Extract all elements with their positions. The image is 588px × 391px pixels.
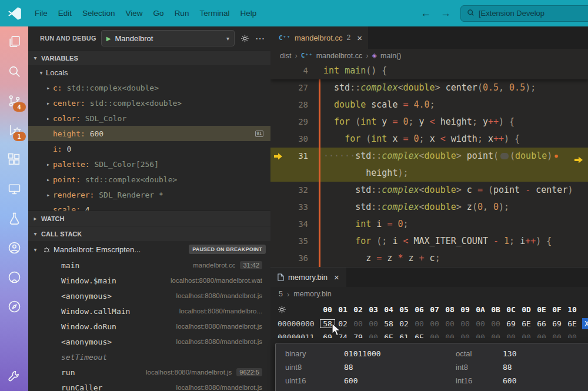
menu-selection[interactable]: Selection: [77, 6, 121, 21]
line-number[interactable]: 31: [286, 148, 318, 165]
line-number[interactable]: 29: [286, 113, 318, 131]
line-number[interactable]: 4: [286, 62, 318, 79]
code-line[interactable]: 33 std::complex<double> z(0, 0);: [270, 199, 588, 216]
forward-button[interactable]: →: [440, 7, 451, 19]
view-binary-icon[interactable]: 01: [255, 131, 263, 137]
stack-frame[interactable]: runCallerlocalhost:8080/mandelbrot.js: [28, 380, 270, 391]
hex-byte[interactable]: 00: [412, 319, 427, 328]
breadcrumb-item[interactable]: 5: [279, 290, 283, 298]
hex-byte[interactable]: 00: [534, 330, 549, 338]
line-number[interactable]: 32: [286, 182, 318, 199]
breadcrumb-item[interactable]: mandelbrot.cc: [316, 52, 363, 60]
menu-run[interactable]: Run: [169, 6, 195, 21]
menu-terminal[interactable]: Terminal: [194, 6, 235, 21]
code-editor[interactable]: 4 int main() { 27 std::complex<double> c…: [270, 62, 588, 267]
menu-help[interactable]: Help: [235, 6, 262, 21]
hex-byte[interactable]: 00: [366, 319, 381, 328]
variable-row[interactable]: ▸center: std::complex<double>: [28, 95, 270, 111]
variable-row[interactable]: height: 60001: [28, 126, 270, 141]
stack-frame[interactable]: Window.$mainlocalhost:8080/mandelbrot.wa…: [28, 273, 270, 288]
hex-byte[interactable]: 00: [350, 319, 366, 328]
inline-breakpoint-icon[interactable]: ●: [554, 153, 557, 159]
scope-locals[interactable]: ▾ Locals: [28, 65, 270, 80]
hex-byte[interactable]: 58: [381, 319, 396, 328]
line-number[interactable]: [286, 165, 318, 182]
hex-byte[interactable]: 61: [396, 330, 412, 338]
breadcrumb-item[interactable]: main(): [380, 52, 401, 60]
hex-byte[interactable]: 00: [473, 319, 488, 328]
hex-settings-gear-icon[interactable]: [270, 305, 320, 314]
hex-byte[interactable]: 6E: [519, 319, 534, 328]
hex-byte[interactable]: 6E: [381, 330, 396, 338]
activity-item-tools[interactable]: [7, 369, 22, 384]
variable-row[interactable]: ▸color: SDL_Color: [28, 111, 270, 126]
activity-item-search[interactable]: [7, 64, 22, 79]
breadcrumb-item[interactable]: memory.bin: [293, 290, 331, 298]
code-line[interactable]: 36 z = z * z + c;: [270, 250, 588, 267]
code-line[interactable]: 27 std::complex<double> center(0.5, 0.5)…: [270, 79, 588, 96]
stack-frame[interactable]: mainmandelbrot.cc31:42: [28, 258, 270, 273]
hex-byte[interactable]: 00: [488, 319, 503, 328]
line-number[interactable]: 28: [286, 96, 318, 113]
hex-byte[interactable]: 00: [442, 330, 457, 338]
callstack-thread[interactable]: ▾ Mandelbrot: Emscripten... PAUSED ON BR…: [28, 241, 270, 258]
close-icon[interactable]: ×: [334, 272, 339, 282]
line-number[interactable]: 30: [286, 131, 318, 148]
chevron-collapsed-icon[interactable]: ▸: [44, 85, 53, 91]
menu-view[interactable]: View: [121, 6, 148, 21]
activity-item-source-control[interactable]: 4: [7, 93, 22, 108]
variables-section-header[interactable]: ▾ VARIABLES: [28, 50, 270, 65]
activity-item-explorer[interactable]: [7, 35, 22, 49]
line-number[interactable]: 27: [286, 79, 318, 96]
chevron-collapsed-icon[interactable]: ▸: [44, 100, 53, 106]
variable-row[interactable]: ▸renderer: SDL_Renderer *: [28, 187, 270, 202]
code-line[interactable]: height);: [270, 165, 588, 182]
hex-byte[interactable]: 66: [534, 319, 549, 328]
hex-byte[interactable]: 00: [549, 330, 564, 338]
variable-row[interactable]: scale: 4: [28, 202, 270, 210]
stack-frame[interactable]: <anonymous>localhost:8080/mandelbrot.js: [28, 334, 270, 349]
menu-edit[interactable]: Edit: [53, 6, 77, 21]
hex-byte[interactable]: 00: [519, 330, 534, 338]
menu-go[interactable]: Go: [148, 6, 169, 21]
start-debugging-icon[interactable]: ▶: [106, 35, 111, 42]
command-center-search[interactable]: [Extension Develop: [460, 5, 588, 22]
code-line[interactable]: 32 std::complex<double> c = (point - cen…: [270, 182, 588, 199]
chevron-collapsed-icon[interactable]: ▸: [44, 192, 53, 198]
code-line[interactable]: 34 int i = 0;: [270, 216, 588, 233]
hex-byte[interactable]: 69: [549, 319, 564, 328]
chevron-collapsed-icon[interactable]: ▸: [44, 115, 53, 122]
close-icon[interactable]: ×: [357, 33, 362, 43]
line-number[interactable]: 34: [286, 216, 318, 233]
tab-mandelbrot-cc[interactable]: C⁺⁺ mandelbrot.cc 2 ×: [270, 26, 368, 49]
stack-frame[interactable]: setTimeout: [28, 349, 270, 365]
breadcrumb-item[interactable]: dist: [280, 52, 291, 60]
tab-memory-bin[interactable]: memory.bin ×: [270, 268, 346, 287]
hex-byte[interactable]: 00: [366, 330, 381, 338]
variable-row[interactable]: ▸c: std::complex<double>: [28, 80, 270, 95]
chevron-collapsed-icon[interactable]: ▸: [44, 161, 53, 168]
gear-icon[interactable]: [240, 34, 249, 43]
hex-byte[interactable]: 6E: [412, 330, 427, 338]
code-line[interactable]: 29 for (int y = 0; y < height; y++) {: [270, 113, 588, 131]
launch-config-dropdown[interactable]: ▶ Mandelbrot ▾: [101, 30, 235, 46]
variable-row[interactable]: i: 0: [28, 141, 270, 156]
stack-frame[interactable]: Window.callMainlocalhost:8080/mandelbro.…: [28, 303, 270, 319]
line-number[interactable]: 36: [286, 250, 318, 267]
line-number[interactable]: 35: [286, 233, 318, 250]
activity-item-testing[interactable]: [7, 211, 22, 226]
watch-section-header[interactable]: ▸ WATCH: [28, 210, 270, 226]
variable-row[interactable]: ▸palette: SDL_Color[256]: [28, 156, 270, 172]
back-button[interactable]: ←: [420, 7, 431, 19]
hex-byte[interactable]: 79: [350, 330, 366, 338]
sticky-scroll-line[interactable]: 4 int main() {: [270, 62, 588, 79]
line-number[interactable]: 33: [286, 199, 318, 216]
code-line[interactable]: 30 for (int x = 0; x < width; x++) {: [270, 131, 588, 148]
callstack-section-header[interactable]: ▾ CALL STACK: [28, 226, 270, 241]
menu-file[interactable]: File: [29, 6, 53, 21]
activity-item-remote-explorer[interactable]: [7, 182, 22, 196]
stack-frame[interactable]: runlocalhost:8080/mandelbrot.js9622:5: [28, 365, 270, 380]
ascii-selected-char[interactable]: X: [582, 318, 588, 329]
stack-frame[interactable]: Window.doRunlocalhost:8080/mandelbrot.js: [28, 319, 270, 334]
stack-frame[interactable]: <anonymous>localhost:8080/mandelbrot.js: [28, 288, 270, 303]
